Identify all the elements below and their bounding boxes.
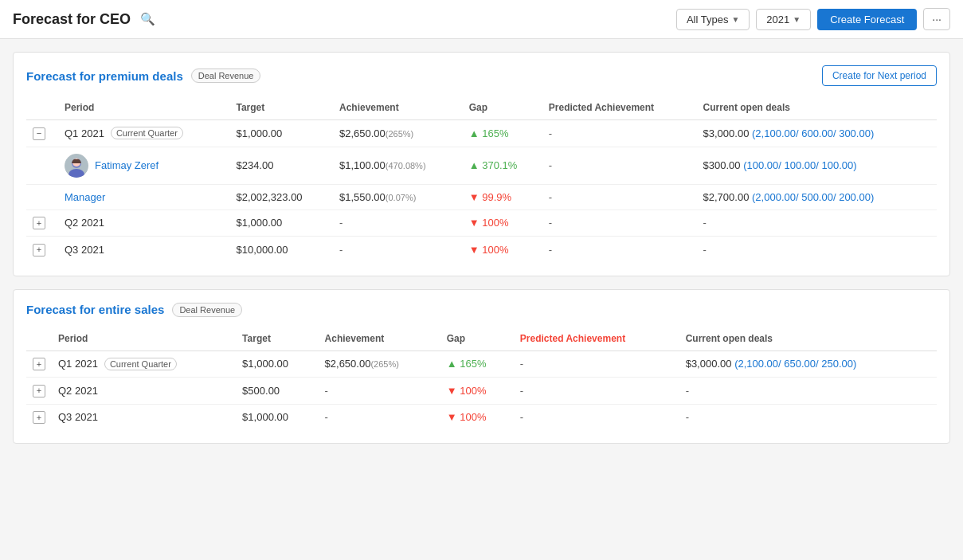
open-deals-cell: - [697,237,937,263]
expand-cell: + [26,237,58,263]
predicted-cell: - [514,378,679,405]
target-cell: $1,000.00 [236,404,318,430]
period-label: Q2 2021 [58,385,98,397]
type-filter-dropdown[interactable]: All Types ▼ [676,9,750,30]
header-right: All Types ▼ 2021 ▼ Create Forecast ··· [676,8,950,30]
page-title: Forecast for CEO [13,11,131,28]
period-cell: Q1 2021 Current Quarter [58,120,229,147]
achievement-cell: - [333,210,463,237]
gap-cell: ▼ 100% [463,237,542,263]
entire-table: Period Target Achievement Gap Predicted … [26,327,937,431]
avatar [65,154,88,178]
col-open-deals-header: Current open deals [697,96,937,120]
target-cell: $1,000.00 [236,350,318,378]
period-cell: Q3 2021 [52,404,236,430]
gap-cell: ▲ 370.1% [463,147,542,184]
achievement-cell: - [319,378,440,405]
target-cell: $500.00 [236,378,318,405]
header-left: Forecast for CEO 🔍 [13,10,159,28]
col-predicted-header: Predicted Achievement [542,96,697,120]
gap-cell: ▲ 165% [440,350,514,378]
predicted-cell: - [542,237,697,263]
premium-table: Period Target Achievement Gap Predicted … [26,96,937,263]
expand-button[interactable]: + [33,217,45,229]
more-options-button[interactable]: ··· [923,8,950,30]
achievement-cell: - [333,237,463,263]
gap-value: ▼ 100% [447,385,487,397]
gap-value: ▲ 370.1% [469,159,518,171]
open-deals-cell: - [679,378,937,405]
create-next-period-button[interactable]: Create for Next period [822,65,937,86]
col-expand [26,327,52,351]
expand-cell-sub [26,147,58,184]
person-name[interactable]: Manager [65,191,105,203]
target-cell: $10,000.00 [229,237,333,263]
open-deals-cell: - [679,404,937,430]
target-cell: $2,002,323.00 [229,184,333,210]
premium-title: Forecast for premium deals [26,69,183,83]
col-target-header: Target [229,96,333,120]
open-deals-cell: $3,000.00 (2,100.00/ 650.00/ 250.00) [679,350,937,378]
person-name[interactable]: Fatimay Zeref [95,159,159,171]
main-content: Forecast for premium deals Deal Revenue … [0,39,963,456]
period-label: Q2 2021 [65,217,104,229]
gap-cell: ▼ 99.9% [463,184,542,210]
col-period-header: Period [52,327,236,351]
gap-cell: ▲ 165% [463,120,542,147]
col-target-header: Target [236,327,318,351]
col-gap-header: Gap [463,96,542,120]
create-forecast-button[interactable]: Create Forecast [817,9,917,30]
gap-cell: ▼ 100% [463,210,542,237]
type-filter-arrow-icon: ▼ [731,15,739,24]
person-cell: Manager [58,184,229,210]
year-filter-arrow-icon: ▼ [793,15,801,24]
open-deals-cell: $2,700.00 (2,000.00/ 500.00/ 200.00) [697,184,937,210]
gap-value: ▼ 99.9% [469,191,511,203]
col-open-deals-header: Current open deals [679,327,937,351]
period-cell: Q2 2021 [58,210,229,237]
card-header-entire: Forecast for entire sales Deal Revenue [26,303,937,317]
forecast-card-entire: Forecast for entire sales Deal Revenue P… [13,289,950,444]
period-cell: Q3 2021 [58,237,229,263]
period-label: Q3 2021 [58,411,98,423]
open-deals-cell: $300.00 (100.00/ 100.00/ 100.00) [697,147,937,184]
period-cell: Q2 2021 [52,378,236,405]
entire-title: Forecast for entire sales [26,303,164,316]
year-filter-dropdown[interactable]: 2021 ▼ [756,9,811,30]
gap-value: ▼ 100% [469,217,509,229]
expand-cell: + [26,210,58,237]
gap-cell: ▼ 100% [440,378,514,405]
entire-badge: Deal Revenue [172,303,242,317]
achievement-cell: $2,650.00(265%) [319,350,440,378]
expand-button[interactable]: + [33,411,45,424]
expand-button[interactable]: + [33,244,45,257]
achievement-cell: $1,550.00(0.07%) [333,184,463,210]
current-quarter-badge: Current Quarter [104,358,177,370]
search-icon-button[interactable]: 🔍 [137,10,159,28]
col-achievement-header: Achievement [333,96,463,120]
year-filter-label: 2021 [766,14,789,25]
open-deals-cell: - [697,210,937,237]
expand-button[interactable]: + [33,385,45,397]
gap-value: ▲ 165% [447,358,487,370]
premium-table-header: Period Target Achievement Gap Predicted … [26,96,937,120]
forecast-card-premium: Forecast for premium deals Deal Revenue … [13,52,950,276]
predicted-cell: - [542,184,697,210]
expand-cell-sub [26,184,58,210]
predicted-cell: - [542,147,697,184]
collapse-button[interactable]: − [33,127,45,140]
gap-value: ▼ 100% [447,411,487,423]
expand-cell: + [26,378,52,405]
col-predicted-header: Predicted Achievement [514,327,679,351]
period-label: Q1 2021 [58,358,98,370]
col-period-header: Period [58,96,229,120]
table-row: + Q3 2021 $1,000.00 - ▼ 100% - - [26,404,937,430]
expand-button[interactable]: + [33,358,45,370]
card-header-left-premium: Forecast for premium deals Deal Revenue [26,69,260,83]
target-cell: $1,000.00 [229,210,333,237]
period-label: Q1 2021 [65,127,104,139]
table-row: + Q2 2021 $500.00 - ▼ 100% - - [26,378,937,405]
period-label: Q3 2021 [65,244,104,256]
gap-value: ▲ 165% [469,127,509,139]
predicted-cell: - [514,350,679,378]
